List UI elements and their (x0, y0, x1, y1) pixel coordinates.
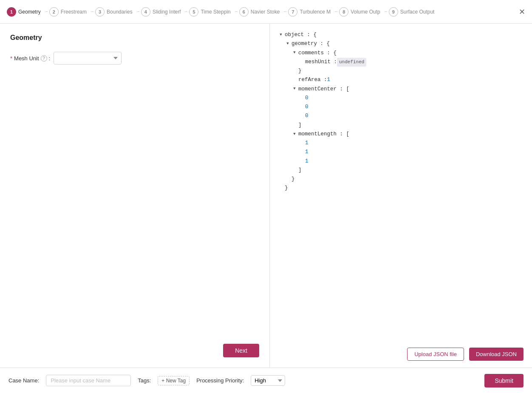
mesh-unit-label: * Mesh Unit ? : (10, 55, 50, 62)
step-5-label: Time Steppin (201, 9, 230, 15)
step-4-circle: 4 (141, 7, 150, 17)
collapse-momentlength-arrow[interactable] (292, 132, 297, 137)
json-line-comments-close: } (278, 67, 524, 76)
json-refarea-value: 1 (327, 76, 331, 84)
step-9-label: Surface Output (400, 9, 435, 15)
step-divider-2-3 (91, 11, 93, 12)
step-7-circle: 7 (288, 7, 297, 17)
next-button-wrap: Next (10, 339, 259, 357)
json-mc-val-2: 0 (305, 103, 308, 112)
tags-label: Tags: (138, 377, 151, 384)
steps-bar: 1 Geometry 2 Freestream 3 Boundaries 4 S… (0, 0, 532, 24)
json-geometry-close-bracket: } (291, 175, 295, 184)
json-ml-val-1: 1 (305, 139, 308, 148)
json-line-momentlength: momentLength : [ (278, 130, 524, 139)
collapse-comments-arrow[interactable] (292, 51, 297, 56)
json-refarea-key: refArea : (298, 76, 327, 84)
step-2-circle: 2 (49, 7, 59, 17)
json-actions: Upload JSON file Download JSON (278, 342, 524, 361)
left-panel: Geometry * Mesh Unit ? : mm cm m in ft N… (0, 24, 270, 368)
step-6-label: Navier Stoke (251, 9, 280, 15)
json-line-object-close: } (278, 184, 524, 193)
case-name-input[interactable] (46, 375, 131, 386)
step-1-label: Geometry (18, 9, 41, 15)
step-divider-4-5 (185, 11, 187, 12)
download-json-button[interactable]: Download JSON (469, 348, 524, 361)
step-divider-8-9 (385, 11, 387, 12)
json-momentlength-key: momentLength : [ (298, 130, 349, 139)
json-mc-val-3: 0 (305, 112, 308, 121)
json-line-momentcenter: momentCenter : [ (278, 85, 524, 94)
step-6-circle: 6 (239, 7, 249, 17)
priority-label: Processing Priority: (196, 377, 244, 384)
step-5-time[interactable]: 5 Time Steppin (189, 7, 230, 17)
step-divider-6-7 (284, 11, 286, 12)
priority-select-wrap: High Medium Low (251, 375, 285, 386)
json-line-refarea: refArea : 1 (278, 76, 524, 84)
help-icon[interactable]: ? (41, 55, 47, 62)
json-mc-close-bracket: ] (298, 121, 302, 130)
json-line-geometry-close: } (278, 175, 524, 184)
tags-section: + New Tag (158, 376, 190, 385)
panel-title: Geometry (10, 34, 259, 42)
json-tree: object : { geometry : { comments : { mes… (278, 31, 524, 342)
submit-button[interactable]: Submit (484, 374, 524, 387)
json-line-mc-0-3: 0 (278, 112, 524, 121)
json-comments-key: comments : { (298, 49, 337, 58)
step-7-turbulence[interactable]: 7 Turbulence M (288, 7, 331, 17)
json-object-key: object : { (285, 31, 317, 39)
json-mc-val-1: 0 (305, 94, 308, 103)
collapse-geometry-arrow[interactable] (285, 42, 290, 47)
step-4-label: Sliding Interf (153, 9, 181, 15)
json-line-momentlength-close: ] (278, 166, 524, 175)
collapse-momentcenter-arrow[interactable] (292, 87, 297, 92)
json-object-close-bracket: } (285, 184, 288, 193)
new-tag-button[interactable]: + New Tag (158, 376, 190, 385)
json-ml-val-3: 1 (305, 157, 308, 166)
json-line-meshunit: meshUnit : undefined (278, 58, 524, 67)
json-line-ml-1-3: 1 (278, 157, 524, 166)
step-divider-5-6 (235, 11, 238, 12)
step-divider-7-8 (335, 11, 337, 12)
json-geometry-key: geometry : { (291, 39, 330, 48)
step-6-navier[interactable]: 6 Navier Stoke (239, 7, 280, 17)
priority-select[interactable]: High Medium Low (251, 375, 285, 386)
step-5-circle: 5 (189, 7, 198, 17)
step-1-circle: 1 (7, 7, 16, 17)
step-2-freestream[interactable]: 2 Freestream (49, 7, 87, 17)
json-line-object: object : { (278, 31, 524, 39)
step-3-boundaries[interactable]: 3 Boundaries (95, 7, 133, 17)
json-meshunit-value: undefined (337, 58, 366, 67)
json-line-comments: comments : { (278, 49, 524, 58)
step-7-label: Turbulence M (300, 9, 331, 15)
step-8-circle: 8 (339, 7, 348, 17)
required-star: * (10, 55, 12, 62)
case-name-label: Case Name: (8, 377, 39, 384)
upload-json-button[interactable]: Upload JSON file (407, 348, 464, 361)
step-9-surface[interactable]: 9 Surface Output (389, 7, 435, 17)
step-9-circle: 9 (389, 7, 398, 17)
close-button[interactable]: ✕ (519, 8, 525, 16)
json-line-momentcenter-close: ] (278, 121, 524, 130)
collapse-object-arrow[interactable] (278, 33, 283, 38)
json-ml-val-2: 1 (305, 148, 308, 157)
json-comments-close-bracket: } (298, 67, 302, 76)
bottom-bar: Case Name: Tags: + New Tag Processing Pr… (0, 368, 532, 393)
step-divider-3-4 (137, 11, 139, 12)
main-content: Geometry * Mesh Unit ? : mm cm m in ft N… (0, 24, 532, 368)
step-8-volume[interactable]: 8 Volume Outp (339, 7, 380, 17)
json-ml-close-bracket: ] (298, 166, 302, 175)
right-panel: object : { geometry : { comments : { mes… (270, 24, 532, 368)
mesh-unit-select[interactable]: mm cm m in ft (54, 52, 122, 65)
step-3-label: Boundaries (107, 9, 133, 15)
step-1-geometry[interactable]: 1 Geometry (7, 7, 41, 17)
step-2-label: Freestream (61, 9, 87, 15)
step-4-sliding[interactable]: 4 Sliding Interf (141, 7, 181, 17)
json-line-geometry: geometry : { (278, 39, 524, 48)
next-button[interactable]: Next (223, 344, 259, 357)
mesh-unit-field-row: * Mesh Unit ? : mm cm m in ft (10, 52, 259, 65)
step-3-circle: 3 (95, 7, 105, 17)
json-line-mc-0-1: 0 (278, 94, 524, 103)
json-line-ml-1-2: 1 (278, 148, 524, 157)
json-line-ml-1-1: 1 (278, 139, 524, 148)
